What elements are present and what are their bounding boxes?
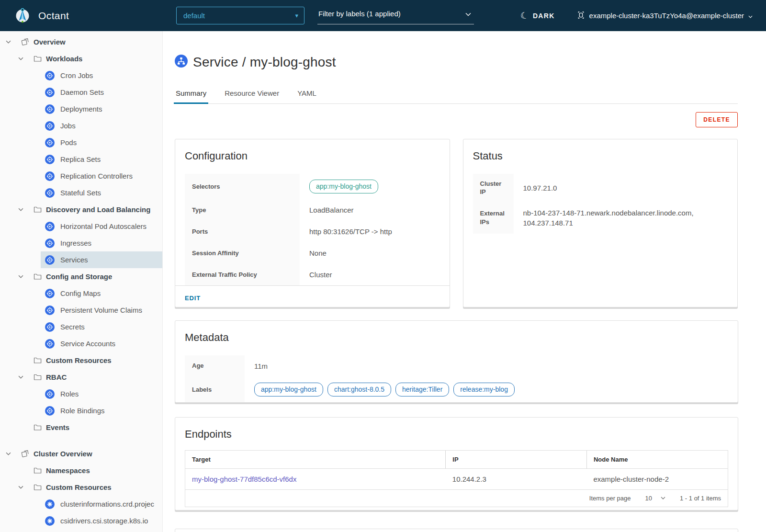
- events-card: Events: [175, 529, 738, 532]
- metadata-value-labels: app:my-blog-ghostchart:ghost-8.0.5herita…: [245, 377, 728, 403]
- metadata-card-title: Metadata: [175, 321, 738, 344]
- endpoint-target-link[interactable]: my-blog-ghost-77df85c6cd-vf6dx: [192, 475, 296, 483]
- sidebar-item-stateful-sets[interactable]: Stateful Sets: [41, 184, 162, 201]
- edit-link[interactable]: EDIT: [185, 294, 201, 302]
- endpoints-column-node-name: Node Name: [586, 451, 728, 469]
- sidebar-item-persistent-volume-claims[interactable]: Persistent Volume Claims: [41, 302, 162, 318]
- delete-button[interactable]: DELETE: [696, 112, 738, 127]
- metadata-card: Metadata Age11mLabelsapp:my-blog-ghostch…: [175, 320, 738, 403]
- sidebar-item-roles[interactable]: Roles: [41, 385, 162, 402]
- sidebar-item-role-bindings[interactable]: Role Bindings: [41, 402, 162, 419]
- sidebar-item-discovery-and-load-balancing[interactable]: Discovery and Load Balancing: [0, 201, 162, 218]
- configuration-value-session-affinity: None: [300, 242, 440, 264]
- configuration-value-selectors: app:my-blog-ghost: [300, 174, 440, 200]
- theme-toggle[interactable]: ☾ DARK: [520, 11, 555, 20]
- configuration-value-type: LoadBalancer: [300, 199, 440, 221]
- applications-icon: [21, 450, 29, 458]
- table-row: my-blog-ghost-77df85c6cd-vf6dx10.244.2.3…: [185, 468, 728, 489]
- status-key-cluster-ip: Cluster IP: [473, 174, 514, 202]
- chevron-down-icon[interactable]: [18, 486, 25, 489]
- sidebar-item-label: Role Bindings: [60, 407, 105, 415]
- chevron-down-icon: [465, 10, 471, 18]
- sidebar-item-label: Overview: [34, 38, 66, 46]
- status-card: Status Cluster IP10.97.21.0External IPsn…: [463, 139, 738, 307]
- sidebar-item-config-maps[interactable]: Config Maps: [41, 285, 162, 302]
- sidebar-item-replica-sets[interactable]: Replica Sets: [41, 151, 162, 168]
- endpoints-column-ip: IP: [446, 451, 587, 469]
- endpoints-table: TargetIPNode Name my-blog-ghost-77df85c6…: [185, 450, 728, 507]
- chevron-down-icon[interactable]: [18, 375, 25, 379]
- crd-icon: [45, 516, 55, 526]
- folder-icon: [34, 357, 42, 364]
- sidebar-item-custom-resources[interactable]: Custom Resources: [0, 352, 162, 369]
- metadata-key-labels: Labels: [185, 377, 245, 403]
- sidebar-item-namespaces[interactable]: Namespaces: [0, 462, 162, 479]
- configuration-value-ports: http 80:31626/TCP -> http: [300, 221, 440, 242]
- chevron-down-icon: [661, 497, 665, 499]
- tab-summary[interactable]: Summary: [176, 89, 206, 103]
- configuration-card: Configuration Selectorsapp:my-blog-ghost…: [175, 139, 450, 307]
- sidebar-item-label: Cron Jobs: [60, 71, 93, 79]
- sidebar-item-service-accounts[interactable]: Service Accounts: [41, 335, 162, 352]
- folder-icon: [34, 424, 42, 431]
- label-filter-input[interactable]: Filter by labels (1 applied): [317, 7, 474, 24]
- chevron-down-icon[interactable]: [18, 208, 25, 211]
- sidebar-item-replication-controllers[interactable]: Replication Controllers: [41, 168, 162, 184]
- sidebar-item-workloads[interactable]: Workloads: [0, 50, 162, 67]
- status-value-cluster-ip: 10.97.21.0: [514, 174, 728, 202]
- sidebar-item-overview[interactable]: Overview: [0, 34, 162, 50]
- selector-tag[interactable]: app:my-blog-ghost: [309, 180, 378, 194]
- sidebar-item-label: Config and Storage: [46, 272, 112, 281]
- sidebar-item-cluster-overview[interactable]: Cluster Overview: [0, 445, 162, 462]
- sidebar-item-deployments[interactable]: Deployments: [41, 101, 162, 117]
- configuration-key-session-affinity: Session Affinity: [185, 242, 300, 264]
- sidebar-item-clusterinformations-crd-projec[interactable]: clusterinformations.crd.projec: [41, 496, 162, 512]
- cluster-context-label: example-cluster-ka3TuTzYo4a@example-clus…: [589, 11, 744, 20]
- chevron-down-icon[interactable]: [18, 275, 25, 278]
- page-title: Service / my-blog-ghost: [193, 55, 336, 70]
- sidebar-item-label: RBAC: [46, 373, 67, 381]
- serviceaccount-icon: [45, 339, 55, 349]
- sidebar-item-jobs[interactable]: Jobs: [41, 117, 162, 134]
- statefulset-icon: [45, 188, 55, 198]
- chevron-down-icon: [748, 11, 753, 20]
- sidebar-item-config-and-storage[interactable]: Config and Storage: [0, 268, 162, 285]
- chevron-down-icon[interactable]: [6, 40, 12, 44]
- sidebar-item-csidrivers-csi-storage-k8s-io[interactable]: csidrivers.csi.storage.k8s.io: [41, 512, 162, 529]
- endpoints-pagination: Items per page 10 1 - 1 of 1 items: [185, 489, 728, 507]
- sidebar-item-horizontal-pod-autoscalers[interactable]: Horizontal Pod Autoscalers: [41, 218, 162, 235]
- sidebar-item-pods[interactable]: Pods: [41, 134, 162, 151]
- page-size-select[interactable]: 10: [645, 495, 665, 502]
- folder-icon: [34, 374, 42, 381]
- sidebar-item-ingresses[interactable]: Ingresses: [41, 235, 162, 251]
- sidebar-item-services[interactable]: Services: [41, 251, 162, 268]
- folder-icon: [34, 273, 42, 280]
- label-tag[interactable]: heritage:Tiller: [395, 383, 449, 397]
- cluster-context-selector[interactable]: example-cluster-ka3TuTzYo4a@example-clus…: [577, 11, 753, 21]
- daemonset-icon: [45, 88, 55, 97]
- sidebar-item-custom-resources[interactable]: Custom Resources: [0, 479, 162, 496]
- sidebar-item-events[interactable]: Events: [0, 419, 162, 436]
- label-tag[interactable]: app:my-blog-ghost: [254, 383, 323, 397]
- sidebar-item-rbac[interactable]: RBAC: [0, 369, 162, 385]
- main-content: Service / my-blog-ghost SummaryResource …: [163, 31, 766, 532]
- sidebar-item-label: Service Accounts: [60, 340, 115, 348]
- role-icon: [45, 389, 55, 399]
- tab-resource-viewer[interactable]: Resource Viewer: [225, 89, 279, 103]
- sidebar-item-label: Namespaces: [46, 466, 90, 475]
- pod-icon: [45, 138, 55, 147]
- sidebar-item-cron-jobs[interactable]: Cron Jobs: [41, 67, 162, 84]
- chevron-down-icon[interactable]: [6, 452, 12, 455]
- configuration-card-title: Configuration: [175, 139, 450, 162]
- sidebar-item-daemon-sets[interactable]: Daemon Sets: [41, 84, 162, 101]
- ingress-icon: [45, 238, 55, 248]
- tab-yaml[interactable]: YAML: [297, 89, 316, 103]
- label-tag[interactable]: release:my-blog: [453, 383, 515, 397]
- sidebar-item-label: Custom Resources: [46, 356, 112, 364]
- sidebar-item-secrets[interactable]: Secrets: [41, 318, 162, 335]
- chevron-down-icon[interactable]: [18, 57, 25, 60]
- label-tag[interactable]: chart:ghost-8.0.5: [327, 383, 391, 397]
- sidebar-item-label: Jobs: [60, 122, 76, 130]
- pagination-range-label: 1 - 1 of 1 items: [680, 495, 721, 502]
- namespace-select[interactable]: default ▾: [176, 7, 304, 24]
